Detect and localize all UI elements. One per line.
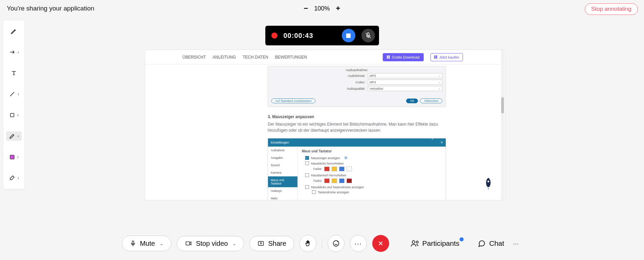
color-swatch-blue[interactable] xyxy=(339,178,345,183)
color-swatch-yellow[interactable] xyxy=(332,178,337,183)
checkbox-show-cursor[interactable]: ✓ xyxy=(305,156,309,160)
color-swatch-icon xyxy=(9,154,15,160)
rectangle-icon xyxy=(9,112,15,118)
color-swatch-more[interactable]: … xyxy=(347,167,352,171)
line-icon xyxy=(9,91,16,98)
rectangle-tool[interactable]: › xyxy=(6,110,22,120)
scrollbar[interactable] xyxy=(501,50,504,200)
close-icon[interactable]: × xyxy=(441,140,443,145)
checkbox-show-keypresses[interactable] xyxy=(312,190,316,194)
scroll-thumb[interactable] xyxy=(501,97,504,113)
sidebar-item-sound[interactable]: Sound xyxy=(268,161,297,169)
recording-timer: 00:00:43 xyxy=(284,32,336,40)
audioquality-select[interactable]: Verlustfrei⌄ xyxy=(368,86,442,91)
color-picker-tool[interactable]: › xyxy=(6,152,22,162)
download-button-label: Gratis Download xyxy=(392,55,419,59)
ok-button[interactable]: OK xyxy=(406,99,418,103)
stop-annotating-button[interactable]: Stop annotating xyxy=(585,3,638,15)
download-button[interactable]: Gratis Download xyxy=(383,53,423,61)
line-tool[interactable]: › xyxy=(6,89,22,99)
arrow-tool[interactable]: › xyxy=(6,47,22,57)
color-swatch-darkred[interactable] xyxy=(347,178,352,183)
sidebar-item-mehr[interactable]: Mehr xyxy=(268,195,297,200)
windows-icon xyxy=(434,56,438,59)
buy-button[interactable]: Jetzt kaufen xyxy=(430,53,463,61)
notification-dot-icon xyxy=(460,237,464,241)
participants-button[interactable]: Participants xyxy=(410,239,460,247)
svg-point-3 xyxy=(487,180,489,182)
option-label: Audioformat: xyxy=(338,74,365,78)
chevron-down-icon[interactable]: ⌄ xyxy=(160,241,163,246)
chevron-down-icon: ⌄ xyxy=(438,87,441,90)
tab-guide[interactable]: ANLEITUNG xyxy=(213,55,236,60)
chat-label: Chat xyxy=(489,239,504,247)
edit-icon[interactable] xyxy=(431,136,436,140)
codec-select[interactable]: MP3⌄ xyxy=(368,80,442,85)
stop-recording-button[interactable] xyxy=(342,29,355,42)
color-swatch-red[interactable] xyxy=(324,178,330,183)
sidebar-item-kamera[interactable]: Kamera xyxy=(268,169,297,176)
overflow-menu-button[interactable]: ··· xyxy=(510,240,522,247)
mute-button[interactable]: Mute ⌄ xyxy=(122,236,171,251)
sidebar-item-maus-tastatur[interactable]: Maus und Tastatur xyxy=(268,176,297,187)
separator xyxy=(322,238,322,248)
stop-video-button[interactable]: Stop video ⌄ xyxy=(177,236,244,251)
gear-icon[interactable]: ⚙ xyxy=(344,156,348,160)
select-value: MP3 xyxy=(370,81,376,84)
checkbox-label: Mausbereich hervorheben xyxy=(311,174,347,177)
meeting-controls: Mute ⌄ Stop video ⌄ Share ··· Participan… xyxy=(0,234,644,253)
svg-rect-5 xyxy=(186,242,190,245)
settings-main-heading: Maus und Tastatur xyxy=(302,149,442,153)
pen-tool[interactable] xyxy=(6,26,22,36)
share-button[interactable]: Share xyxy=(249,236,294,251)
paragraph-heading: 3. Mauszeiger anpassen xyxy=(268,114,446,120)
tab-overview[interactable]: ÜBERSICHT xyxy=(182,55,206,60)
rocket-icon xyxy=(483,177,494,191)
zoom-out-button[interactable]: − xyxy=(304,4,308,13)
tab-techdata[interactable]: TECH DATEN xyxy=(243,55,268,60)
checkbox-highlight-clicks[interactable] xyxy=(305,161,309,165)
zoom-controls: − 100% + xyxy=(304,4,340,13)
pen-icon xyxy=(10,28,17,35)
sidebar-item-aufnahme[interactable]: Aufnahme xyxy=(268,147,297,154)
eraser-tool[interactable]: › xyxy=(6,173,22,183)
chevron-down-icon[interactable]: ⌄ xyxy=(232,241,236,246)
chevron-right-icon: › xyxy=(18,50,19,55)
cancel-button[interactable]: Abbrechen xyxy=(420,99,442,103)
reactions-button[interactable] xyxy=(328,235,345,252)
highlighter-tool[interactable]: › xyxy=(6,131,22,141)
svg-rect-0 xyxy=(10,113,14,117)
color-swatch-red[interactable] xyxy=(324,167,330,171)
select-value: MP3 xyxy=(370,74,376,78)
dialog-title: Einstellungen xyxy=(271,141,289,144)
reset-defaults-button[interactable]: Auf Standard zurücksetzen xyxy=(271,99,315,103)
share-icon xyxy=(257,240,265,247)
end-call-button[interactable] xyxy=(372,235,389,252)
checkbox-highlight-area[interactable] xyxy=(305,173,309,177)
checkbox-show-clicks-keys[interactable] xyxy=(305,185,309,189)
scroll-to-top-button[interactable] xyxy=(483,177,496,191)
svg-rect-4 xyxy=(132,241,134,244)
page-header: ÜBERSICHT ANLEITUNG TECH DATEN BEWERTUNG… xyxy=(145,50,500,65)
chat-icon xyxy=(477,239,486,247)
svg-point-8 xyxy=(412,241,415,243)
text-tool[interactable] xyxy=(6,68,22,78)
zoom-in-button[interactable]: + xyxy=(336,4,340,13)
chat-button[interactable]: Chat xyxy=(477,239,504,247)
text-icon xyxy=(10,70,17,77)
share-label: Share xyxy=(268,240,286,247)
color-swatch-yellow[interactable] xyxy=(332,167,337,171)
color-label: Farbe: xyxy=(313,179,322,182)
hand-icon xyxy=(304,240,312,247)
sidebar-item-hotkeys[interactable]: Hotkeys xyxy=(268,187,297,195)
mute-mic-button[interactable] xyxy=(361,29,375,42)
sidebar-item-ausgabe[interactable]: Ausgabe xyxy=(268,154,297,161)
more-options-button[interactable]: ··· xyxy=(350,235,367,252)
paragraph-body: Der Mauszeiger ist ein wichtiges Element… xyxy=(268,122,438,133)
color-swatch-blue[interactable] xyxy=(339,167,345,171)
raise-hand-button[interactable] xyxy=(299,235,316,252)
annotation-toolbar: › › › › › › xyxy=(3,20,24,189)
audioformat-select[interactable]: MP3⌄ xyxy=(368,73,442,78)
tab-reviews[interactable]: BEWERTUNGEN xyxy=(275,55,307,60)
buy-button-label: Jetzt kaufen xyxy=(439,55,459,59)
